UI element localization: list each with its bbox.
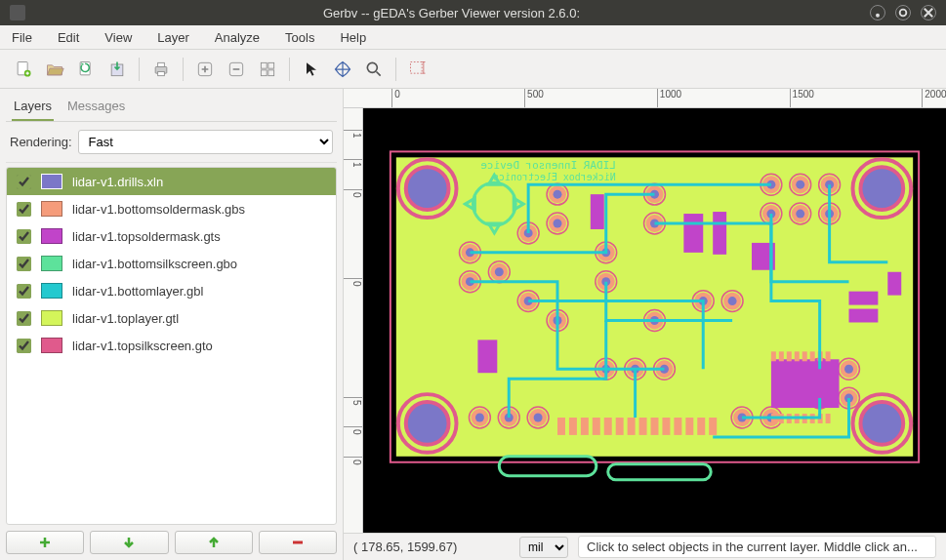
layer-row[interactable]: lidar-v1.toplayer.gtl: [7, 304, 336, 332]
layer-visibility-checkbox[interactable]: [17, 311, 31, 326]
svg-rect-14: [268, 69, 274, 75]
svg-rect-136: [569, 418, 577, 435]
zoom-tool-button[interactable]: [360, 56, 388, 83]
layer-color-swatch[interactable]: [41, 174, 62, 189]
viewer: 0500100015002000 1100500: [344, 89, 946, 560]
layer-row[interactable]: lidar-v1.topsilkscreen.gto: [7, 332, 336, 359]
maximize-button[interactable]: [895, 5, 911, 20]
layer-visibility-checkbox[interactable]: [17, 229, 31, 244]
close-button[interactable]: [921, 5, 936, 20]
reload-file-button[interactable]: [72, 56, 100, 83]
layer-visibility-checkbox[interactable]: [17, 202, 31, 217]
svg-point-43: [554, 190, 562, 199]
status-message: Click to select objects in the current l…: [578, 536, 936, 558]
svg-rect-8: [158, 71, 165, 75]
pointer-tool-button[interactable]: [298, 56, 325, 83]
layer-color-swatch[interactable]: [41, 338, 62, 353]
svg-rect-139: [604, 418, 612, 435]
ruler-tick: 5: [344, 397, 362, 406]
svg-point-19: [406, 167, 449, 210]
layer-name-label: lidar-v1.topsoldermask.gts: [72, 229, 221, 244]
svg-rect-131: [849, 309, 879, 323]
ruler-tick: 0: [344, 189, 362, 198]
layer-row[interactable]: lidar-v1.drills.xln: [7, 168, 336, 195]
tab-layers[interactable]: Layers: [12, 95, 54, 121]
layer-row[interactable]: lidar-v1.topsoldermask.gts: [7, 222, 336, 250]
new-file-button[interactable]: [10, 56, 37, 83]
measure-tool-button[interactable]: [404, 56, 432, 83]
svg-rect-143: [651, 418, 659, 435]
svg-text:Nickerbox Electronics: Nickerbox Electronics: [493, 172, 616, 182]
svg-rect-132: [477, 340, 497, 373]
titlebar: Gerbv -- gEDA's Gerber Viewer version 2.…: [0, 0, 946, 25]
svg-point-76: [796, 180, 804, 189]
layer-visibility-checkbox[interactable]: [17, 257, 31, 271]
svg-point-46: [554, 220, 562, 228]
svg-rect-151: [787, 351, 792, 361]
menu-edit[interactable]: Edit: [54, 27, 83, 48]
svg-rect-148: [709, 418, 717, 435]
svg-rect-144: [662, 418, 670, 435]
rendering-select[interactable]: FastNormalHigh quality: [78, 130, 333, 154]
svg-rect-146: [685, 418, 693, 435]
app-icon: [10, 5, 25, 20]
pcb-canvas[interactable]: LIDAR Innensor Device Nickerbox Electron…: [363, 108, 946, 533]
layer-move-down-button[interactable]: [90, 531, 168, 554]
svg-rect-133: [591, 194, 604, 229]
status-coordinates: ( 178.65, 1599.67): [353, 540, 510, 554]
window-title: Gerbv -- gEDA's Gerber Viewer version 2.…: [33, 6, 870, 20]
ruler-tick: 1000: [657, 89, 681, 107]
menu-help[interactable]: Help: [336, 27, 370, 48]
zoom-fit-button[interactable]: [254, 56, 281, 83]
ruler-tick: 1: [344, 159, 362, 168]
svg-point-34: [495, 267, 504, 276]
open-file-button[interactable]: [41, 56, 68, 83]
layer-remove-button[interactable]: [259, 531, 337, 554]
menu-layer[interactable]: Layer: [153, 27, 193, 48]
svg-rect-11: [261, 62, 267, 68]
svg-rect-7: [158, 62, 165, 66]
svg-point-0: [876, 14, 880, 18]
svg-rect-126: [683, 214, 703, 253]
svg-rect-152: [795, 351, 800, 361]
svg-rect-128: [771, 359, 840, 408]
layer-name-label: lidar-v1.bottomlayer.gbl: [72, 284, 203, 299]
layer-move-up-button[interactable]: [175, 531, 253, 554]
layer-visibility-checkbox[interactable]: [17, 175, 31, 189]
svg-rect-134: [887, 272, 901, 296]
svg-rect-16: [411, 61, 423, 73]
menu-analyze[interactable]: Analyze: [211, 27, 264, 48]
layer-add-button[interactable]: [6, 531, 84, 554]
layer-name-label: lidar-v1.toplayer.gtl: [72, 311, 179, 326]
menu-tools[interactable]: Tools: [281, 27, 318, 48]
layer-row[interactable]: lidar-v1.bottomsilkscreen.gbo: [7, 250, 336, 277]
layer-name-label: lidar-v1.bottomsoldermask.gbs: [72, 202, 245, 217]
svg-point-85: [796, 210, 804, 219]
pan-tool-button[interactable]: [329, 56, 356, 83]
layer-color-swatch[interactable]: [41, 256, 62, 271]
ruler-tick: 1500: [790, 89, 814, 107]
svg-rect-137: [581, 418, 589, 435]
svg-rect-154: [810, 351, 815, 361]
layer-color-swatch[interactable]: [41, 283, 62, 299]
zoom-in-button[interactable]: [191, 56, 219, 83]
layer-visibility-checkbox[interactable]: [17, 284, 31, 299]
save-button[interactable]: [103, 56, 131, 83]
layer-row[interactable]: lidar-v1.bottomsoldermask.gbs: [7, 195, 336, 222]
layer-color-swatch[interactable]: [41, 310, 62, 326]
unit-select[interactable]: milmmin: [519, 537, 568, 558]
svg-rect-12: [268, 62, 274, 68]
menu-file[interactable]: File: [8, 27, 36, 48]
tab-messages[interactable]: Messages: [65, 95, 127, 121]
toolbar: [0, 50, 946, 89]
print-button[interactable]: [147, 56, 175, 83]
zoom-out-button[interactable]: [223, 56, 250, 83]
layer-name-label: lidar-v1.topsilkscreen.gto: [72, 339, 213, 353]
menu-view[interactable]: View: [101, 27, 136, 48]
minimize-button[interactable]: [870, 5, 885, 20]
layer-color-swatch[interactable]: [41, 201, 62, 217]
layer-visibility-checkbox[interactable]: [17, 339, 31, 353]
layer-color-swatch[interactable]: [41, 228, 62, 244]
layer-row[interactable]: lidar-v1.bottomlayer.gbl: [7, 277, 336, 304]
svg-rect-135: [557, 418, 565, 435]
